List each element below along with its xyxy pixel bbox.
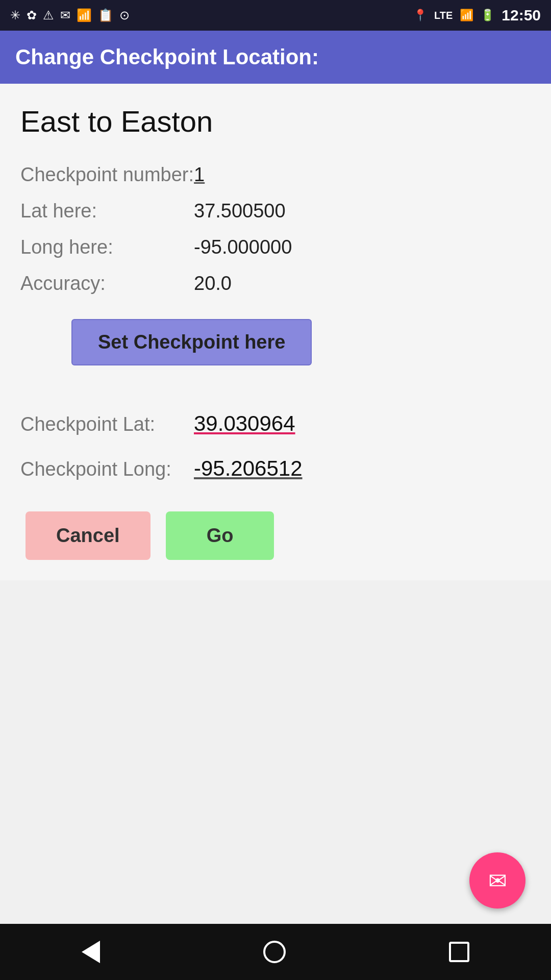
checkpoint-number-row: Checkpoint number: 1	[20, 164, 531, 186]
checkpoint-number-value: 1	[194, 164, 205, 186]
status-time: 12:50	[502, 7, 541, 24]
checkpoint-lat-label: Checkpoint Lat:	[20, 413, 194, 435]
home-circle-icon	[263, 941, 286, 963]
lat-here-value: 37.500500	[194, 200, 286, 222]
status-bar: ✳ ✿ ⚠ ✉ 📶 📋 ⊙ 📍 LTE 📶 🔋 12:50	[0, 0, 551, 31]
long-here-row: Long here: -95.000000	[20, 236, 531, 258]
checkpoint-lat-row: Checkpoint Lat: 39.030964	[20, 411, 531, 436]
clipboard-icon: 📋	[98, 8, 113, 22]
checkpoint-long-label: Checkpoint Long:	[20, 458, 194, 480]
fab-mail-icon: ✉	[488, 868, 507, 894]
app-bar-title: Change Checkpoint Location:	[15, 45, 319, 69]
wifi-icon: 📶	[77, 8, 92, 22]
checkpoint-lat-value: 39.030964	[194, 411, 295, 436]
main-content: East to Easton Checkpoint number: 1 Lat …	[0, 84, 551, 580]
recents-square-icon	[449, 942, 469, 962]
lat-here-label: Lat here:	[20, 200, 194, 222]
warning-icon: ⚠	[43, 8, 54, 22]
lte-icon: LTE	[434, 10, 453, 21]
accuracy-value: 20.0	[194, 273, 232, 295]
checkpoint-long-value: -95.206512	[194, 456, 303, 481]
accuracy-label: Accuracy:	[20, 273, 194, 295]
fab-button[interactable]: ✉	[469, 852, 525, 909]
nav-recents-button[interactable]	[449, 942, 469, 962]
circle-icon: ⊙	[119, 8, 130, 22]
bottom-buttons: Cancel Go	[20, 511, 531, 560]
battery-icon: 🔋	[481, 9, 494, 22]
mail-icon: ✉	[60, 8, 70, 22]
cancel-button[interactable]: Cancel	[26, 511, 151, 560]
pinwheel-icon: ✳	[10, 8, 20, 22]
checkpoint-long-row: Checkpoint Long: -95.206512	[20, 456, 531, 481]
lat-here-row: Lat here: 37.500500	[20, 200, 531, 222]
long-here-label: Long here:	[20, 236, 194, 258]
back-arrow-icon	[82, 941, 100, 963]
signal-icon: 📶	[460, 9, 473, 22]
status-icons-right: 📍 LTE 📶 🔋 12:50	[413, 7, 541, 24]
long-here-value: -95.000000	[194, 236, 292, 258]
status-icons-left: ✳ ✿ ⚠ ✉ 📶 📋 ⊙	[10, 8, 130, 22]
set-checkpoint-button[interactable]: Set Checkpoint here	[71, 319, 312, 365]
nav-bar	[0, 924, 551, 980]
app-bar: Change Checkpoint Location:	[0, 31, 551, 84]
go-button[interactable]: Go	[166, 511, 274, 560]
route-title: East to Easton	[20, 104, 531, 138]
flower-icon: ✿	[27, 8, 37, 22]
nav-back-button[interactable]	[82, 941, 100, 963]
checkpoint-number-label: Checkpoint number:	[20, 164, 194, 186]
accuracy-row: Accuracy: 20.0	[20, 273, 531, 295]
nav-home-button[interactable]	[263, 941, 286, 963]
location-icon: 📍	[413, 9, 427, 22]
